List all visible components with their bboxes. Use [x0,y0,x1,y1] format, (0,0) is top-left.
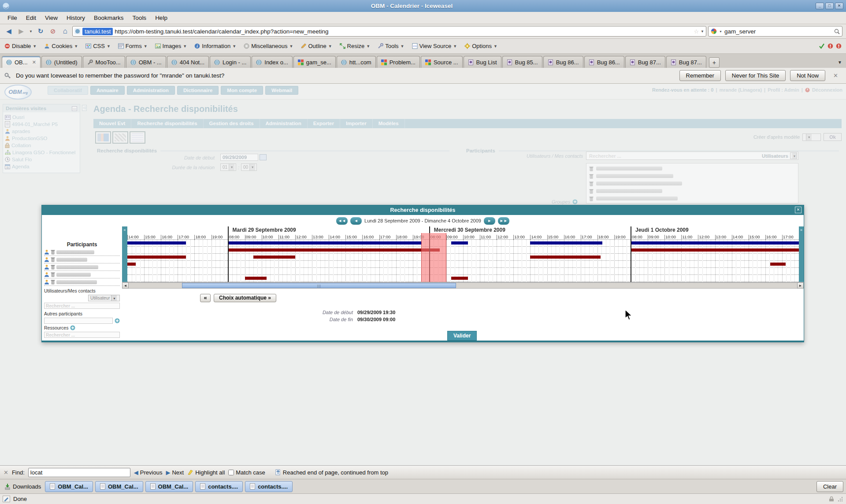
menu-file[interactable]: File [4,13,21,23]
menu-help[interactable]: Help [151,13,171,23]
dialog-titlebar[interactable]: Recherche disponibilités ✕ [42,205,804,215]
user-filter-select[interactable]: Utilisateur▼ [88,295,120,301]
planning-view-button[interactable] [112,131,128,144]
obm-nav-mon-compte[interactable]: Mon compte [221,86,263,95]
scroll-right-icon[interactable]: ► [797,282,804,289]
agenda-tab-exporter[interactable]: Exporter [308,119,340,128]
browser-tab-8[interactable]: htt...com [337,56,376,68]
recent-visit-item[interactable]: Linagora GSO - Fonctionnel [5,149,79,156]
browser-tab-3[interactable]: OBM - ... [126,56,166,68]
recent-visit-item[interactable]: Ousri [5,114,79,121]
obm-logo[interactable]: OBM.org [4,85,32,100]
find-close-icon[interactable]: ✕ [4,469,8,476]
tab-close-icon[interactable]: ✕ [32,59,36,65]
calendar-picker-icon[interactable] [260,154,267,160]
recent-visit-item[interactable]: ProductionGSO [5,135,79,142]
list-view-button[interactable] [130,131,145,144]
search-bar[interactable]: ▼ gam_server [708,26,842,37]
dialog-participant-row[interactable] [44,271,120,278]
add-resource-icon[interactable] [70,325,75,330]
devtoolbar-disable[interactable]: Disable▼ [4,43,37,49]
agenda-tab-importer[interactable]: Importer [340,119,373,128]
browser-tab-5[interactable]: Login - ... [210,56,251,68]
search-engine-dropdown-icon[interactable]: ▼ [719,30,722,33]
next-week-button[interactable]: ►► [498,217,509,225]
previous-week-button[interactable]: ◄◄ [336,217,348,225]
duration-minute-select[interactable]: 00▼ [241,163,257,171]
resize-grip[interactable] [837,496,843,502]
date-start-input[interactable]: 09/29/2009 [220,154,258,161]
menu-history[interactable]: History [63,13,89,23]
scroll-left-icon[interactable]: ◄ [122,282,129,289]
stop-icon[interactable]: ⊘ [48,26,58,37]
devtoolbar-tools[interactable]: Tools▼ [378,43,404,49]
remember-button[interactable]: Remember [679,70,721,81]
auto-choice-button[interactable]: Choix automatique » [214,294,276,302]
dialog-participant-row[interactable] [44,248,120,256]
ok-button[interactable]: Ok [824,133,842,141]
obm-nav-dictionnaire[interactable]: Dictionnaire [177,86,219,95]
browser-tab-0[interactable]: OB...✕ [2,56,41,68]
resource-search-input[interactable]: Rechercher ... [44,332,120,338]
dialog-participant-row[interactable] [44,263,120,271]
dialog-participant-row[interactable] [44,256,120,263]
close-button[interactable]: ✕ [835,3,843,9]
selected-user-row[interactable] [589,195,795,202]
devtoolbar-miscellaneous[interactable]: Miscellaneous▼ [244,43,293,49]
devtoolbar-outline[interactable]: Outline▼ [301,43,332,49]
agenda-tab-nouvel-evt[interactable]: Nouvel Evt [93,119,131,128]
obm-nav-collaboratif[interactable]: Collaboratif [48,86,88,95]
trash-icon[interactable] [589,166,594,171]
participant-search-input[interactable]: Rechercher ... [44,303,120,309]
go-search-icon[interactable] [834,29,840,34]
new-tab-button[interactable]: + [709,57,720,68]
clear-downloads-button[interactable]: Clear [816,481,843,492]
next-day-button[interactable]: ► [484,217,495,225]
trash-icon[interactable] [589,196,594,201]
collapse-right-handle[interactable]: » [799,226,804,282]
back-icon[interactable]: ◀ [4,26,14,37]
find-next-button[interactable]: ▶ Next [166,469,184,476]
selected-timeslot[interactable] [421,233,446,282]
agenda-tab-recherche-disponibilités[interactable]: Recherche disponibilités [131,119,203,128]
download-window-button-2[interactable]: OBM_Cal... [145,481,193,492]
highlight-all-button[interactable]: Highlight all [187,469,225,476]
recent-visit-item[interactable]: aprades [5,128,79,135]
download-window-button-1[interactable]: OBM_Cal... [95,481,143,492]
url-bar[interactable]: tanuki.test https://obm-testing.tanuki.t… [72,26,706,37]
devtoolbar-forms[interactable]: Forms▼ [118,43,148,49]
bookmark-star-icon[interactable]: ☆ [694,28,699,35]
maximize-button[interactable]: □ [825,3,834,9]
previous-day-button[interactable]: ◄ [350,217,362,225]
browser-tab-15[interactable]: Bug 87... [625,56,665,68]
menu-tools[interactable]: Tools [129,13,151,23]
url-dropdown-icon[interactable]: ▼ [701,30,704,33]
agenda-tab-administration[interactable]: Administration [260,119,308,128]
selected-user-row[interactable] [589,172,795,180]
browser-tab-11[interactable]: Bug List [464,56,501,68]
trash-icon[interactable] [589,174,594,179]
other-participants-input[interactable] [44,318,113,324]
menu-bookmarks[interactable]: Bookmarks [90,13,128,23]
browser-tab-13[interactable]: Bug 86... [543,56,583,68]
list-all-tabs-icon[interactable]: ▼ [835,57,844,68]
devtoolbar-information[interactable]: iInformation▼ [194,43,236,49]
browser-tab-4[interactable]: 404 Not... [167,56,209,68]
recent-visit-item[interactable]: Salut Flo [5,156,79,163]
match-case-checkbox[interactable] [228,470,234,475]
selected-user-row[interactable] [589,180,795,187]
browser-tab-10[interactable]: Source ... [421,56,463,68]
participant-search-field[interactable]: Rechercher ... Utilisateurs ▼ [586,152,798,160]
menu-edit[interactable]: Edit [22,13,40,23]
browser-tab-2[interactable]: MooToo... [83,56,125,68]
dialog-close-icon[interactable]: ✕ [795,207,801,213]
selected-user-row[interactable] [589,187,795,195]
template-select[interactable]: ▼ [802,133,821,141]
trash-icon[interactable] [51,257,55,262]
reload-icon[interactable]: ↻ [35,26,46,37]
previous-choice-button[interactable]: « [200,294,211,302]
not-now-button[interactable]: Not Now [790,70,825,81]
trash-icon[interactable] [589,181,594,186]
devtoolbar-images[interactable]: Images▼ [155,43,187,49]
validate-button[interactable]: Valider [447,331,477,341]
